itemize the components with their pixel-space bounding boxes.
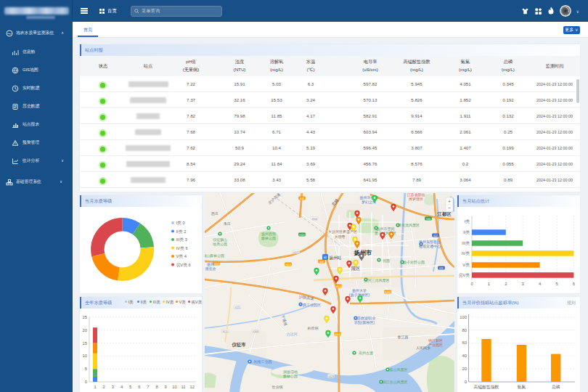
svg-text:人民回乡: 人民回乡 [416,346,430,351]
svg-text:X125: X125 [234,306,240,309]
svg-text:S22: S22 [433,234,438,237]
svg-text:运河三湾风景区: 运河三湾风景区 [364,278,390,283]
svg-text:S35: S35 [439,267,444,270]
svg-text:15: 15 [83,341,87,346]
svg-text:S49: S49 [300,197,304,200]
svg-text:G4011: G4011 [334,333,341,336]
svg-text:I类 0: I类 0 [176,221,185,225]
svg-text:大明寺: 大明寺 [335,234,346,239]
svg-text:总磷: 总磷 [551,385,560,389]
svg-text:5: 5 [555,282,558,286]
svg-text:森林公园: 森林公园 [283,374,298,379]
svg-text:0: 0 [470,282,473,286]
svg-text:8: 8 [155,385,158,389]
svg-text:5: 5 [85,367,87,371]
svg-text:G40: G40 [426,218,430,221]
svg-text:S086: S086 [385,291,391,294]
svg-text:扬子对野公园: 扬子对野公园 [403,260,425,265]
svg-text:1: 1 [94,385,96,389]
svg-text:0: 0 [465,380,467,384]
svg-text:5: 5 [129,385,131,389]
svg-text:利淹工业园: 利淹工业园 [254,359,272,364]
svg-text:枢纽交通中心: 枢纽交通中心 [419,244,441,248]
svg-text:X353: X353 [285,264,291,266]
svg-text:焦山风景区: 焦山风景区 [390,367,408,372]
svg-text:10: 10 [172,385,176,389]
svg-text:X306: X306 [311,218,317,221]
svg-text:博览会: 博览会 [205,266,216,271]
svg-text:S353: S353 [213,263,219,266]
svg-text:1: 1 [488,282,490,286]
svg-text:IV类: IV类 [462,251,470,256]
svg-text:高锰酸盐指数: 高锰酸盐指数 [474,385,499,390]
svg-text:4: 4 [539,282,542,286]
svg-text:学院(新校区): 学院(新校区) [354,320,375,325]
svg-text:站: 站 [324,256,327,259]
svg-text:II类: II类 [463,230,470,234]
svg-text:3: 3 [522,282,524,286]
svg-text:世业镇: 世业镇 [271,385,283,389]
svg-text:瓜州古渡: 瓜州古渡 [359,351,373,356]
svg-text:9: 9 [165,385,167,389]
svg-text:黄吴清风景区: 黄吴清风景区 [398,223,420,228]
svg-text:G231: G231 [293,251,299,254]
svg-text:10: 10 [83,354,87,358]
svg-text:IV类 6: IV类 6 [176,246,188,250]
svg-text:80: 80 [462,328,467,332]
svg-text:朱庄: 朱庄 [224,221,231,226]
svg-text:S48: S48 [319,261,324,264]
svg-text:11: 11 [181,385,185,389]
svg-text:2: 2 [102,385,105,389]
svg-text:华腾工业园区: 华腾工业园区 [299,303,321,308]
svg-text:60: 60 [462,340,467,345]
svg-text:劣V类: 劣V类 [459,273,470,278]
svg-text:劣V类 6: 劣V类 6 [176,263,191,268]
svg-text:12: 12 [189,385,194,389]
svg-text:III类 3: III类 3 [176,237,187,242]
svg-text:扬州站: 扬州站 [330,256,342,261]
svg-text:20: 20 [462,367,467,371]
svg-text:G328: G328 [328,375,334,378]
svg-text:V类 4: V类 4 [176,254,187,258]
svg-text:25: 25 [83,315,87,319]
svg-text:G4011: G4011 [335,285,342,288]
svg-text:产业园区: 产业园区 [428,343,443,348]
svg-text:III类: III类 [462,241,470,245]
svg-text:闸管理所: 闸管理所 [409,197,423,202]
svg-text:I类: I类 [465,219,470,224]
svg-text:20: 20 [83,328,87,332]
svg-text:−: − [448,205,451,211]
svg-text:西庄: 西庄 [211,211,219,216]
svg-text:朴席镇: 朴席镇 [307,326,319,330]
svg-text:+: + [448,199,451,204]
svg-text:7: 7 [147,385,149,389]
svg-text:II类 2: II类 2 [176,229,187,234]
svg-text:6: 6 [138,385,140,389]
svg-text:古运河: 古运河 [287,332,298,337]
svg-text:镇江金山风景区: 镇江金山风景区 [383,380,408,385]
svg-text:40: 40 [462,354,467,358]
svg-text:6: 6 [573,282,575,286]
svg-text:地质公园: 地质公园 [212,242,227,247]
svg-text:4: 4 [121,385,123,389]
svg-text:100: 100 [460,315,467,319]
svg-text:何园: 何园 [383,258,390,264]
svg-text:3: 3 [112,385,114,389]
svg-text:仪征市: 仪征市 [231,342,246,348]
svg-text:X308: X308 [253,330,258,333]
svg-text:V类: V类 [462,263,470,267]
svg-text:S125: S125 [222,330,228,333]
svg-text:森林公园: 森林公园 [261,236,276,241]
svg-text:0: 0 [85,380,87,384]
svg-text:铜山森林公园: 铜山森林公园 [205,253,224,258]
svg-text:G345: G345 [299,234,305,237]
svg-text:春江路: 春江路 [398,335,409,340]
svg-text:氨氮: 氨氮 [518,384,526,389]
svg-text:2: 2 [505,282,507,286]
